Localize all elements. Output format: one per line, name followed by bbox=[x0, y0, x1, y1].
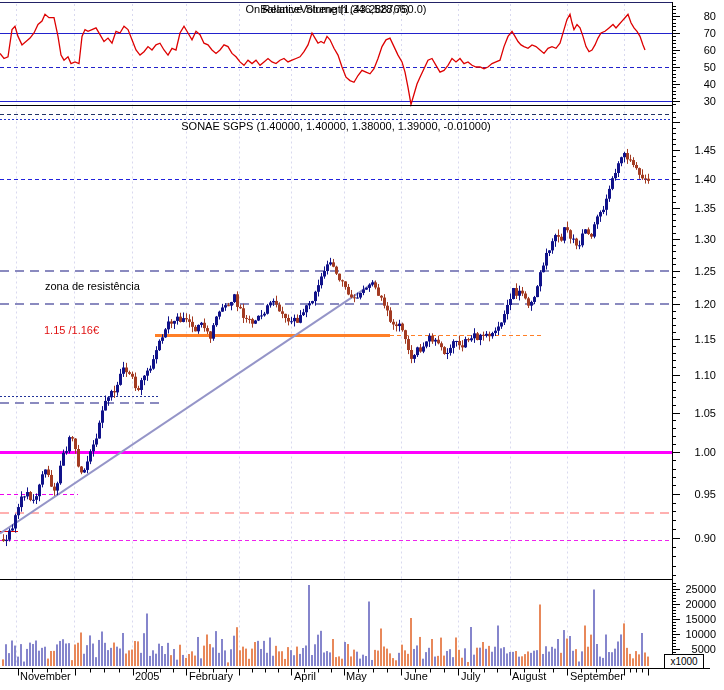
volume-axis-label: 5000 bbox=[676, 644, 716, 655]
rsi-axis-label: 50 bbox=[676, 62, 716, 73]
rsi-axis-label: 70 bbox=[676, 28, 716, 39]
resistance-zone-label: zona de resistência bbox=[45, 281, 140, 292]
price-axis-label: 1.00 bbox=[676, 447, 716, 458]
volume-axis-label: 10000 bbox=[676, 629, 716, 640]
month-label: November bbox=[20, 671, 71, 682]
price-axis-label: 1.45 bbox=[676, 145, 716, 156]
price-axis-label: 1.10 bbox=[676, 370, 716, 381]
rsi-axis-label: 80 bbox=[676, 11, 716, 22]
price-axis-label: 1.25 bbox=[676, 266, 716, 277]
month-label: May bbox=[346, 671, 367, 682]
month-label: July bbox=[461, 671, 481, 682]
chart-canvas[interactable] bbox=[0, 0, 724, 690]
volume-axis-label: 15000 bbox=[676, 614, 716, 625]
rsi-axis-label: 40 bbox=[676, 79, 716, 90]
support-price-label: 1.15 /1.16€ bbox=[44, 325, 99, 336]
price-panel-title: SONAE SGPS (1.40000, 1.40000, 1.38000, 1… bbox=[0, 121, 672, 132]
price-axis-label: 1.40 bbox=[676, 174, 716, 185]
month-label: August bbox=[512, 671, 546, 682]
chart-window: OnBalanceVolume (1,346,528,750.0) Relati… bbox=[0, 0, 724, 690]
rsi-axis-label: 60 bbox=[676, 45, 716, 56]
month-label: February bbox=[189, 671, 233, 682]
volume-axis-label: 25000 bbox=[676, 584, 716, 595]
price-axis-label: 1.15 bbox=[676, 334, 716, 345]
month-label: June bbox=[404, 671, 428, 682]
price-axis-label: 1.35 bbox=[676, 203, 716, 214]
rsi-axis-label: 30 bbox=[676, 96, 716, 107]
volume-unit-label: x1000 bbox=[664, 654, 704, 669]
volume-axis-label: 20000 bbox=[676, 599, 716, 610]
price-axis-label: 1.20 bbox=[676, 299, 716, 310]
price-axis-label: 1.30 bbox=[676, 234, 716, 245]
price-axis-label: 0.95 bbox=[676, 489, 716, 500]
indicator-title-rsi: Relative Strength (43.288766) bbox=[0, 4, 672, 15]
month-label: September bbox=[570, 671, 624, 682]
price-axis-label: 1.05 bbox=[676, 408, 716, 419]
price-axis-label: 0.90 bbox=[676, 533, 716, 544]
month-label: 2005 bbox=[135, 671, 159, 682]
month-label: April bbox=[294, 671, 316, 682]
